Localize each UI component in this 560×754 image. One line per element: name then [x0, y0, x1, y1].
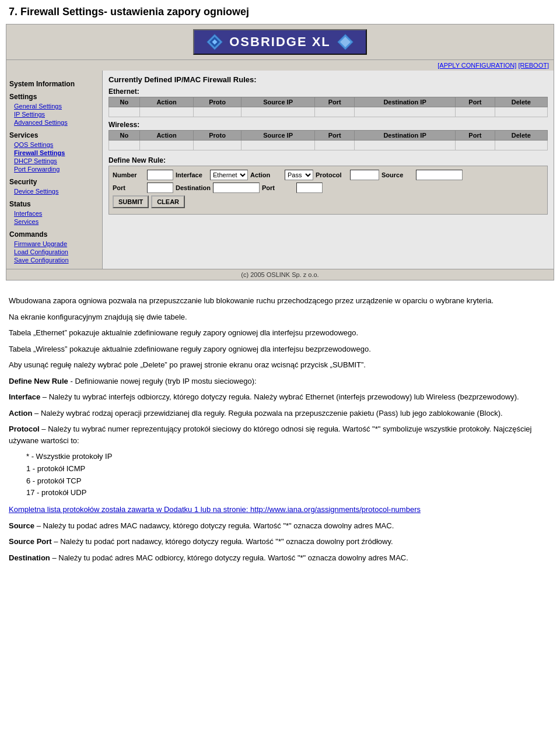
- rule-row-1: Number Interface Ethernet Wireless Actio…: [113, 170, 544, 180]
- table-row: [109, 141, 548, 150]
- wcol-port2: Port: [456, 131, 495, 141]
- sidebar-item-port-forwarding[interactable]: Port Forwarding: [9, 165, 99, 173]
- dest-port-label: Port: [262, 184, 294, 191]
- protocol-link-paragraph: Kompletna lista protokołów została zawar…: [9, 504, 551, 515]
- list-item: * - Wszystkie protokoły IP: [26, 451, 551, 463]
- col-proto: Proto: [194, 97, 241, 107]
- wcol-proto: Proto: [194, 131, 241, 141]
- sidebar-section-commands: Commands: [9, 230, 99, 239]
- logo-icon: [206, 33, 223, 51]
- sidebar-item-save-config[interactable]: Save Configuration: [9, 256, 99, 264]
- source-rest: – Należy tu podać adres MAC nadawcy, któ…: [34, 521, 394, 530]
- rule-row-2: Port Destination Port: [113, 183, 544, 193]
- destination-term: Destination: [9, 553, 50, 562]
- ui-panel: OSBRIDGE XL [APPLY CONFIGURATION] [REBOO…: [6, 24, 554, 280]
- sidebar-section-settings: Settings: [9, 93, 99, 101]
- top-bar: OSBRIDGE XL: [6, 24, 554, 60]
- table-row: [109, 107, 548, 117]
- source-paragraph: Source – Należy tu podać adres MAC nadaw…: [9, 520, 551, 532]
- apply-config-link[interactable]: [APPLY CONFIGURATION]: [438, 62, 516, 69]
- bottom-bar: (c) 2005 OSLINK Sp. z o.o.: [6, 269, 554, 280]
- define-new-rule-rest: - Definiowanie nowej reguły (tryb IP mos…: [68, 377, 257, 385]
- action-select[interactable]: Pass Block: [285, 170, 313, 180]
- ethernet-label: Ethernet:: [108, 87, 548, 96]
- destination-paragraph: Destination – Należy tu podać adres MAC …: [9, 552, 551, 564]
- action-paragraph: Action – Należy wybrać rodzaj operacji p…: [9, 408, 551, 419]
- source-input[interactable]: [416, 170, 463, 180]
- interface-term: Interface: [9, 392, 40, 401]
- define-new-rule-term: Define New Rule: [9, 377, 68, 385]
- wcol-source-ip: Source IP: [241, 131, 315, 141]
- sidebar-item-interfaces[interactable]: Interfaces: [9, 209, 99, 218]
- list-item: 17 - protokół UDP: [26, 487, 551, 499]
- sidebar-item-ip-settings[interactable]: IP Settings: [9, 110, 99, 118]
- action-label: Action: [250, 171, 282, 178]
- logo-diamond-right: [337, 33, 354, 51]
- protocol-list: * - Wszystkie protokoły IP 1 - protokół …: [26, 451, 551, 499]
- clear-button[interactable]: CLEAR: [151, 195, 185, 208]
- delete-desc-paragraph: Aby usunąć regułę należy wybrać pole „De…: [9, 359, 551, 371]
- define-rule-section: Define New Rule: Number Interface Ethern…: [108, 156, 548, 215]
- protocol-label: Protocol: [316, 171, 348, 178]
- sidebar-item-general-settings[interactable]: General Settings: [9, 102, 99, 110]
- interface-select[interactable]: Ethernet Wireless: [210, 170, 248, 180]
- source-port-rest: – Należy tu podać port nadawcy, którego …: [52, 537, 393, 546]
- reboot-link[interactable]: [REBOOT]: [518, 62, 549, 69]
- define-rule-label: Define New Rule:: [108, 156, 548, 164]
- protocol-term: Protocol: [9, 425, 40, 433]
- sidebar-section-status: Status: [9, 200, 99, 208]
- ethernet-table: No Action Proto Source IP Port Destinati…: [108, 97, 548, 117]
- sidebar-section-system-info: System Information: [9, 80, 99, 88]
- intro-paragraph-1: Wbudowana zapora ogniowa pozwala na prze…: [9, 295, 551, 307]
- rule-form: Number Interface Ethernet Wireless Actio…: [108, 166, 548, 215]
- sidebar-item-firmware-upgrade[interactable]: Firmware Upgrade: [9, 240, 99, 248]
- submit-button[interactable]: SUBMIT: [113, 195, 149, 208]
- col-no: No: [109, 97, 140, 107]
- wireless-desc-paragraph: Tabela „Wireless” pokazuje aktualnie zde…: [9, 343, 551, 355]
- page-title: 7. Firewall Settings- ustawienia zapory …: [0, 0, 560, 24]
- define-new-rule-paragraph: Define New Rule - Definiowanie nowej reg…: [9, 376, 551, 387]
- list-item: 6 - protokół TCP: [26, 475, 551, 488]
- interface-paragraph: Interface – Należy tu wybrać interfejs o…: [9, 391, 551, 403]
- sidebar-item-advanced-settings[interactable]: Advanced Settings: [9, 118, 99, 127]
- dest-port-input[interactable]: [296, 183, 323, 193]
- sidebar-item-services[interactable]: Services: [9, 218, 99, 226]
- wcol-port1: Port: [315, 131, 355, 141]
- content-area: Currently Defined IP/MAC Firewall Rules:…: [103, 71, 554, 269]
- action-term: Action: [9, 409, 32, 418]
- wcol-action: Action: [139, 131, 194, 141]
- source-port-term: Source Port: [9, 537, 52, 546]
- logo-text: OSBRIDGE XL: [229, 34, 331, 50]
- sidebar-item-load-config[interactable]: Load Configuration: [9, 248, 99, 256]
- destination-input[interactable]: [213, 183, 260, 193]
- port-input[interactable]: [147, 183, 173, 193]
- wcol-no: No: [109, 131, 140, 141]
- apply-reboot-bar: [APPLY CONFIGURATION] [REBOOT]: [6, 60, 554, 71]
- protocol-link[interactable]: Kompletna lista protokołów została zawar…: [9, 505, 421, 514]
- destination-label: Destination: [176, 184, 211, 191]
- wireless-label: Wireless:: [108, 121, 548, 129]
- wcol-destination-ip: Destination IP: [355, 131, 456, 141]
- sidebar-item-dhcp-settings[interactable]: DHCP Settings: [9, 157, 99, 165]
- action-rest: – Należy wybrać rodzaj operacji przewidz…: [32, 409, 502, 418]
- list-item: 1 - protokół ICMP: [26, 463, 551, 475]
- firewall-heading: Currently Defined IP/MAC Firewall Rules:: [108, 75, 548, 84]
- source-term: Source: [9, 521, 34, 530]
- interface-label: Interface: [176, 171, 208, 178]
- source-port-paragraph: Source Port – Należy tu podać port nadaw…: [9, 536, 551, 548]
- wireless-table: No Action Proto Source IP Port Destinati…: [108, 130, 548, 150]
- col-source-ip: Source IP: [241, 97, 315, 107]
- sidebar-item-device-settings[interactable]: Device Settings: [9, 187, 99, 195]
- port-label: Port: [113, 184, 145, 191]
- sidebar-item-qos-settings[interactable]: QOS Settings: [9, 141, 99, 149]
- source-label: Source: [382, 171, 414, 178]
- sidebar-section-services: Services: [9, 131, 99, 139]
- interface-rest: – Należy tu wybrać interfejs odbiorczy, …: [40, 392, 519, 401]
- sidebar-item-firewall-settings[interactable]: Firewall Settings: [9, 149, 99, 157]
- logo-box: OSBRIDGE XL: [193, 29, 367, 55]
- rule-buttons-row: SUBMIT CLEAR: [113, 195, 544, 208]
- protocol-paragraph: Protocol – Należy tu wybrać numer reprez…: [9, 423, 551, 446]
- protocol-input[interactable]: [350, 170, 379, 180]
- number-input[interactable]: [147, 170, 173, 180]
- col-port1: Port: [315, 97, 355, 107]
